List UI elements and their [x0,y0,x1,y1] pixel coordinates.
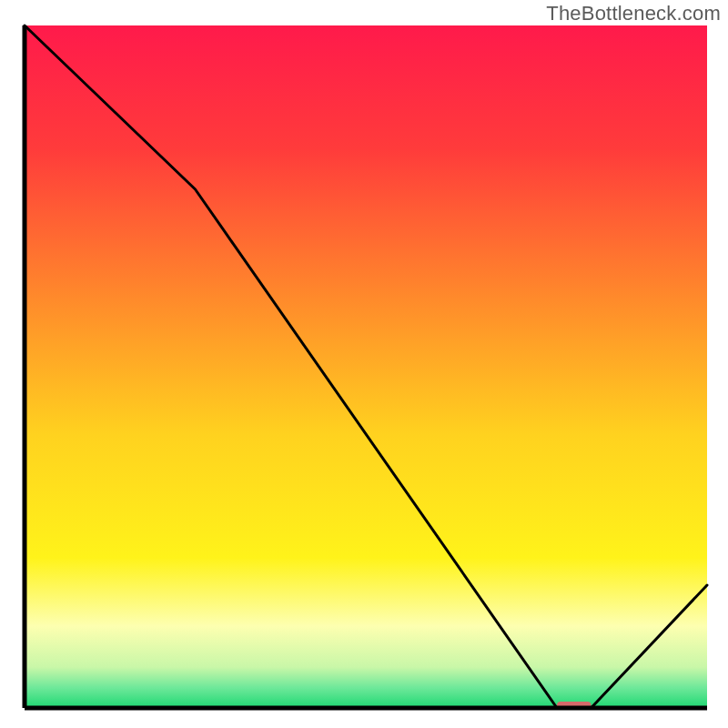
chart-container: TheBottleneck.com [0,0,728,728]
bottleneck-chart [0,0,728,728]
plot-background [25,25,707,708]
